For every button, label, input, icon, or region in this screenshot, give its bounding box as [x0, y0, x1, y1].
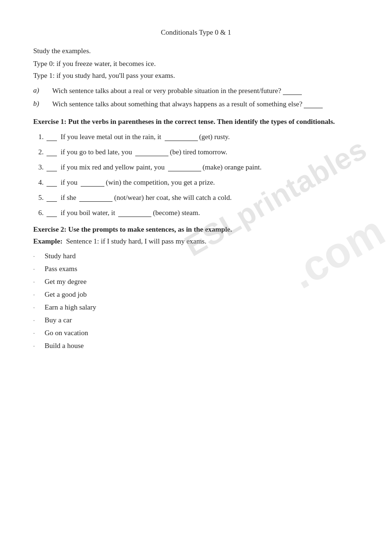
bullet-2: · — [33, 265, 45, 273]
bullet-7: · — [33, 329, 45, 337]
ex1-fill5 — [79, 193, 112, 202]
exercise1-item-5: 5. if she (not/wear) her coat, she will … — [33, 193, 359, 202]
ex1-type-blank3 — [47, 163, 57, 171]
exercise1-item-1: 1. If you leave metal out in the rain, i… — [33, 132, 359, 141]
prompt-7: Go on vacation — [45, 329, 88, 337]
study-instruction: Study the examples. — [33, 47, 359, 55]
ex1-num4: 4. — [33, 179, 47, 187]
exercise1-section: Exercise 1: Put the verbs in parentheses… — [33, 118, 359, 217]
ex1-num3: 3. — [33, 163, 47, 171]
list-item-5: · Earn a high salary — [33, 303, 359, 311]
exercise2-section: Exercise 2: Use the prompts to make sent… — [33, 226, 359, 350]
example-label: Example: — [33, 237, 63, 245]
ex1-num6: 6. — [33, 209, 47, 217]
ex1-type-blank5 — [47, 193, 57, 202]
question-a-blank — [283, 86, 302, 95]
question-b-text: Wich sentence talks about something that… — [52, 100, 359, 108]
ex1-text5: if she (not/wear) her coat, she will cat… — [47, 193, 232, 202]
ex1-text2: if you go to bed late, you (be) tired to… — [47, 148, 227, 156]
ex1-text6: if you boil water, it (become) steam. — [47, 208, 200, 217]
bullet-1: · — [33, 253, 45, 260]
page-title: Conditionals Type 0 & 1 — [33, 28, 359, 37]
ex1-fill1 — [165, 132, 198, 141]
exercise1-item-3: 3. if you mix red and yellow paint, you … — [33, 163, 359, 171]
question-b-label: b) — [33, 100, 52, 108]
ex1-fill4 — [81, 178, 104, 187]
exercise1-item-4: 4. if you (win) the competition, you get… — [33, 178, 359, 187]
prompt-4: Get a good job — [45, 291, 87, 299]
list-item-2: · Pass exams — [33, 265, 359, 273]
ex1-text4: if you (win) the competition, you get a … — [47, 178, 215, 187]
ex1-num2: 2. — [33, 148, 47, 156]
prompt-5: Earn a high salary — [45, 303, 96, 311]
ex1-num5: 5. — [33, 194, 47, 202]
example-text: Sentence 1: if I study hard, I will pass… — [66, 237, 206, 245]
exercise1-item-2: 2. if you go to bed late, you (be) tired… — [33, 148, 359, 156]
bullet-3: · — [33, 278, 45, 286]
ex1-type-blank6 — [47, 208, 57, 217]
question-a-label: a) — [33, 86, 52, 94]
exercise1-title: Exercise 1: Put the verbs in parentheses… — [33, 118, 359, 126]
questions-section: a) Wich sentence talks about a real or v… — [33, 86, 359, 108]
question-a: a) Wich sentence talks about a real or v… — [33, 86, 359, 95]
exercise1-item-6: 6. if you boil water, it (become) steam. — [33, 208, 359, 217]
list-item-1: · Study hard — [33, 252, 359, 260]
list-item-7: · Go on vacation — [33, 329, 359, 337]
bullet-6: · — [33, 317, 45, 324]
ex1-fill3 — [168, 163, 201, 171]
ex1-text3: if you mix red and yellow paint, you (ma… — [47, 163, 261, 171]
ex1-type-blank2 — [47, 148, 57, 156]
ex1-fill2 — [135, 148, 168, 156]
exercise2-title: Exercise 2: Use the prompts to make sent… — [33, 226, 359, 234]
bullet-8: · — [33, 342, 45, 350]
exercise2-example: Example: Sentence 1: if I study hard, I … — [33, 237, 359, 245]
prompt-8: Build a house — [45, 342, 84, 350]
prompt-3: Get my degree — [45, 278, 86, 286]
list-item-6: · Buy a car — [33, 316, 359, 324]
type1-example: Type 1: if you study hard, you'll pass y… — [33, 72, 359, 80]
question-b-blank — [304, 100, 323, 108]
prompt-6: Buy a car — [45, 316, 72, 324]
prompt-1: Study hard — [45, 252, 75, 260]
ex1-text1: If you leave metal out in the rain, it (… — [47, 132, 230, 141]
ex1-fill6 — [118, 208, 151, 217]
prompt-2: Pass exams — [45, 265, 77, 273]
ex1-type-blank4 — [47, 178, 57, 187]
ex1-type-blank1 — [47, 132, 57, 141]
prompt-list: · Study hard · Pass exams · Get my degre… — [33, 252, 359, 350]
type0-example: Type 0: if you freeze water, it becomes … — [33, 60, 359, 68]
ex1-num1: 1. — [33, 133, 47, 141]
list-item-4: · Get a good job — [33, 291, 359, 299]
bullet-4: · — [33, 291, 45, 299]
list-item-3: · Get my degree — [33, 278, 359, 286]
bullet-5: · — [33, 304, 45, 311]
question-b: b) Wich sentence talks about something t… — [33, 100, 359, 108]
question-a-text: Wich sentence talks about a real or very… — [52, 86, 359, 95]
list-item-8: · Build a house — [33, 342, 359, 350]
